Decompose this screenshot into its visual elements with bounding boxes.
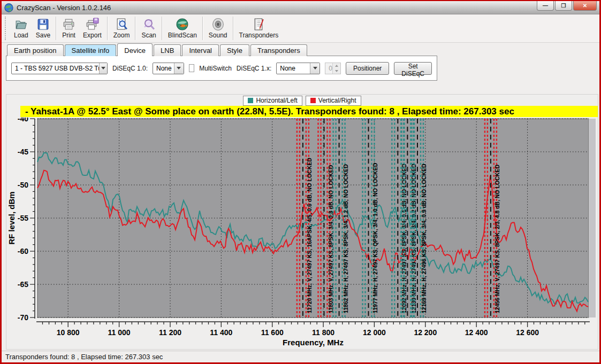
chevron-down-icon (174, 63, 184, 74)
minimize-button[interactable]: — (537, 1, 554, 11)
positioner-button[interactable]: Positioner (346, 62, 389, 75)
svg-text:-50: -50 (18, 181, 28, 189)
diseqc10-label: DiSEqC 1.0: (112, 65, 148, 72)
title-bar[interactable]: CrazyScan - Version 1.0.2.146 —❐✕ (2, 1, 599, 14)
toolbar-button-blindscan[interactable]: BlindScan (164, 16, 201, 41)
tab-earth-position[interactable]: Earth position (7, 44, 64, 56)
diseqc1x-select-value: None (277, 65, 298, 72)
svg-text:11 400: 11 400 (210, 328, 232, 337)
multiswitch-checkbox[interactable] (189, 64, 194, 72)
tab-transponders[interactable]: Transponders (250, 44, 307, 56)
tuner-select[interactable]: 1 - TBS 5927 USB DVB-S2 Tuner (11, 63, 108, 74)
spinner-down-icon[interactable] (333, 68, 340, 74)
legend-item-horizontal-left[interactable]: Horizontal/Left (243, 96, 302, 106)
toolbar-button-transponders[interactable]: Transponders (235, 16, 283, 41)
svg-text:10 800: 10 800 (57, 328, 80, 337)
multiswitch-label: MultiSwitch (199, 65, 232, 72)
svg-text:-45: -45 (18, 148, 28, 156)
tab-lnb[interactable]: LNB (154, 44, 181, 56)
y-axis: -40-45-50-55-60-65-70RF level, dBm (7, 118, 35, 322)
spinner-up-icon[interactable] (333, 63, 340, 68)
legend-item-vertical-right[interactable]: Vertical/Right (306, 96, 361, 106)
positioner-number-spinner[interactable]: 0 (325, 63, 341, 74)
status-bar: Transponders found: 8 , Elapsed time: 26… (2, 351, 599, 362)
speaker-icon (211, 18, 225, 31)
diseqc10-select[interactable]: None (153, 63, 184, 74)
tab-satellite-info[interactable]: Satellite info (65, 44, 117, 56)
legend-swatch (248, 98, 253, 103)
toolbar-separator (107, 17, 108, 40)
chart-title: - Yahsat-1A @ 52.5° East @ Some place on… (20, 106, 598, 117)
tab-bar: Earth positionSatellite infoDeviceLNBInt… (7, 44, 308, 56)
toolbar-separator (162, 17, 163, 40)
app-window: CrazyScan - Version 1.0.2.146 —❐✕ LoadSa… (0, 0, 601, 364)
chart-panel: Horizontal/LeftVertical/Right - Yahsat-1… (6, 94, 598, 350)
tab-style[interactable]: Style (220, 44, 249, 56)
toolbar-grip[interactable] (5, 17, 7, 40)
svg-text:12 000: 12 000 (363, 328, 386, 337)
transponder-label: 11720 MHz, V, 27497 KS, 16APSK, 4/5, 0.6… (306, 158, 313, 313)
plot-right-margin (589, 119, 596, 317)
window-controls: —❐✕ (537, 1, 597, 14)
toolbar-button-label: Export (83, 32, 102, 39)
close-button[interactable]: ✕ (573, 1, 597, 11)
toolbar-separator (202, 17, 203, 40)
spinner-arrows[interactable] (332, 63, 340, 74)
zoom-document-icon (115, 18, 128, 31)
transponder-label: 11862 MHz, H, 27497 KS, 8PSK, 3/4, 1.2 d… (343, 164, 349, 313)
transponder-label: 11977 MHz, H, 27497 KS, QPSK, 3/4, 1.0 d… (372, 162, 378, 313)
svg-text:11 200: 11 200 (159, 328, 181, 337)
x-axis-title: Frequency, MHz (283, 338, 344, 347)
svg-text:12 600: 12 600 (516, 328, 539, 337)
legend-swatch (310, 98, 316, 103)
toolbar-button-print[interactable]: Print (58, 16, 79, 41)
diseqc10-select-value: None (153, 65, 174, 72)
legend-label: Vertical/Right (318, 97, 356, 104)
diseqc1x-select[interactable]: None (276, 63, 320, 74)
maximize-button[interactable]: ❐ (555, 1, 572, 11)
svg-text:11 000: 11 000 (108, 328, 131, 337)
toolbar-button-label: Print (62, 32, 75, 39)
toolbar-button-label: Save (36, 32, 50, 39)
toolbar: LoadSavePrintExportZoomScanBlindScanSoun… (2, 14, 599, 43)
export-printer-icon (86, 18, 99, 31)
toolbar-button-sound[interactable]: Sound (205, 16, 231, 41)
svg-text:-70: -70 (18, 313, 28, 322)
svg-text:12 200: 12 200 (414, 328, 437, 337)
diseqc1x-label: DiSEqC 1.x: (237, 65, 271, 72)
svg-text:-65: -65 (18, 280, 28, 289)
floppy-disk-icon (36, 18, 50, 31)
toolbar-button-save[interactable]: Save (32, 16, 54, 41)
app-globe-icon (4, 3, 13, 12)
transponder-label: 12456 MHz, V, 27497 KS, 8PSK, 2/3, 4.8 d… (494, 165, 500, 313)
toolbar-separator (135, 17, 136, 40)
toolbar-button-export[interactable]: Export (79, 16, 105, 41)
svg-text:-60: -60 (18, 247, 28, 255)
chevron-down-icon (99, 63, 107, 74)
svg-text:11 800: 11 800 (312, 328, 334, 337)
svg-text:-55: -55 (18, 214, 28, 222)
tab-device[interactable]: Device (117, 43, 153, 56)
legend-label: Horizontal/Left (256, 97, 297, 104)
globe-fish-icon (176, 18, 189, 31)
tab-interval[interactable]: Interval (182, 44, 219, 56)
toolbar-button-scan[interactable]: Scan (138, 16, 159, 41)
transponder-label: 12130 MHz, H, 27497 KS, 8PSK, 3/4, 0.2 d… (410, 164, 417, 313)
svg-text:12 400: 12 400 (465, 328, 488, 337)
toolbar-button-zoom[interactable]: Zoom (110, 16, 134, 41)
chevron-down-icon (310, 63, 319, 74)
set-diseqc-button[interactable]: Set DiSEqC (394, 62, 432, 75)
magnifier-icon (142, 18, 156, 31)
svg-text:-40: -40 (18, 118, 28, 123)
printer-icon (62, 18, 75, 31)
transponder-label: 12169 MHz, H, 27496 KS, 8PSK, 3/4, 0.9 d… (421, 164, 427, 313)
svg-text:11 600: 11 600 (261, 328, 284, 337)
toolbar-button-label: BlindScan (168, 32, 197, 39)
toolbar-separator (233, 17, 234, 40)
status-text: Transponders found: 8 , Elapsed time: 26… (5, 353, 163, 361)
folder-open-icon (14, 18, 28, 31)
spectrum-chart[interactable]: 11720 MHz, V, 27497 KS, 16APSK, 4/5, 0.6… (6, 118, 598, 349)
toolbar-button-load[interactable]: Load (10, 16, 32, 41)
chart-legend: Horizontal/LeftVertical/Right (6, 95, 598, 106)
window-title: CrazyScan - Version 1.0.2.146 (17, 4, 537, 12)
